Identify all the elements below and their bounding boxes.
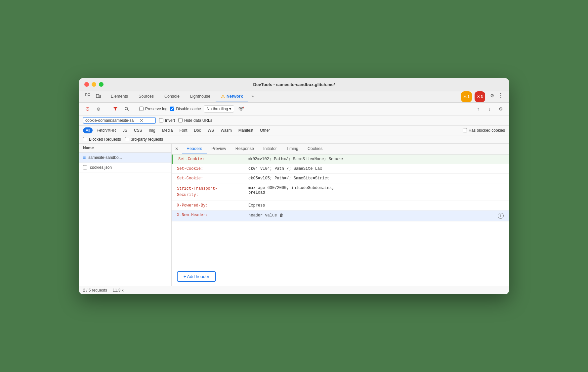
header-name: Set-Cookie:: [177, 176, 243, 181]
preserve-log-checkbox[interactable]: [139, 107, 144, 111]
tab-elements[interactable]: Elements: [105, 91, 133, 102]
type-filters: All Fetch/XHR JS CSS Img Media Font Doc …: [79, 126, 509, 135]
type-font[interactable]: Font: [177, 127, 190, 133]
header-value: Express: [248, 203, 504, 208]
header-row: X-Powered-By: Express: [172, 201, 509, 210]
type-img[interactable]: Img: [146, 127, 158, 133]
type-media[interactable]: Media: [159, 127, 176, 133]
doc-icon: ≡: [83, 155, 86, 160]
info-icon[interactable]: i: [498, 213, 504, 219]
header-row: Set-Cookie: ck05=vl05; Path=/; SameSite=…: [172, 174, 509, 183]
minimize-button[interactable]: [92, 82, 96, 87]
third-party-checkbox[interactable]: [125, 137, 129, 141]
header-value: max-age=63072000; inlcudeSubdomains;prel…: [248, 186, 504, 195]
type-doc[interactable]: Doc: [191, 127, 203, 133]
filter-input-wrap[interactable]: ✕: [83, 117, 156, 124]
preserve-log-label[interactable]: Preserve log: [139, 107, 167, 111]
header-value: ck02=vl02; Path=/; SameSite=None; Secure: [248, 157, 504, 162]
tab-console[interactable]: Console: [159, 91, 185, 102]
maximize-button[interactable]: [99, 82, 104, 87]
file-item-name: cookies.json: [90, 165, 112, 170]
clear-button[interactable]: ⊘: [94, 105, 103, 113]
detail-tab-timing[interactable]: Timing: [281, 144, 303, 154]
inspect-icon[interactable]: [83, 91, 92, 101]
error-badge: ✕ 3: [475, 91, 485, 102]
detail-tab-initiator[interactable]: Initiator: [259, 144, 281, 154]
type-fetch-xhr[interactable]: Fetch/XHR: [94, 127, 119, 133]
title-bar: DevTools - samesite-sandbox.glitch.me/: [79, 78, 509, 91]
type-all[interactable]: All: [83, 127, 93, 133]
svg-point-6: [241, 111, 241, 111]
throttle-select[interactable]: No throttling ▾: [204, 105, 234, 113]
detail-tab-cookies[interactable]: Cookies: [303, 144, 327, 154]
blocked-requests-label[interactable]: Blocked Requests: [83, 137, 121, 142]
filter-icon[interactable]: [111, 105, 120, 113]
settings-button[interactable]: ⚙: [488, 91, 496, 100]
type-other[interactable]: Other: [257, 127, 273, 133]
type-wasm[interactable]: Wasm: [218, 127, 234, 133]
main-content: Name ≡ samesite-sandbo... cookies.json ✕…: [79, 144, 509, 286]
filter-clear-button[interactable]: ✕: [140, 118, 144, 123]
network-settings-icon[interactable]: ⚙: [496, 105, 505, 113]
disable-cache-label[interactable]: Disable cache: [170, 107, 201, 111]
tab-more[interactable]: »: [248, 91, 257, 102]
header-row-new: X-New-Header: header value 🗑 i: [172, 210, 509, 221]
tab-network[interactable]: ⚠ Network: [216, 91, 248, 102]
tab-sources[interactable]: Sources: [133, 91, 159, 102]
invert-checkbox[interactable]: [159, 118, 163, 122]
type-ws[interactable]: WS: [205, 127, 217, 133]
extra-filters: Blocked Requests 3rd-party requests: [79, 135, 509, 144]
upload-icon[interactable]: ↑: [474, 105, 483, 113]
divider: [107, 106, 107, 112]
blocked-requests-checkbox[interactable]: [83, 137, 87, 141]
transfer-size: 11.3 k: [113, 288, 124, 293]
file-item-checkbox[interactable]: [83, 165, 87, 169]
add-header-button[interactable]: + Add header: [177, 271, 216, 282]
header-name: Strict-Transport-Security:: [177, 186, 243, 198]
add-header-area: + Add header: [172, 267, 509, 286]
stop-recording-button[interactable]: ⊙: [83, 105, 92, 113]
detail-tab-headers[interactable]: Headers: [182, 144, 207, 154]
detail-tab-preview[interactable]: Preview: [207, 144, 231, 154]
tab-lighthouse[interactable]: Lighthouse: [185, 91, 216, 102]
third-party-label[interactable]: 3rd-party requests: [125, 137, 163, 142]
traffic-lights: [84, 82, 104, 87]
detail-pane: ✕ Headers Preview Response Initiator Tim…: [172, 144, 509, 286]
name-column-header: Name: [79, 144, 171, 153]
hide-data-urls-label[interactable]: Hide data URLs: [178, 118, 212, 123]
window-title: DevTools - samesite-sandbox.glitch.me/: [253, 82, 335, 87]
network-toolbar: ⊙ ⊘ Preserve log Disable cache No thrott…: [79, 103, 509, 116]
svg-rect-0: [85, 94, 87, 96]
file-item-cookies[interactable]: cookies.json: [79, 163, 171, 172]
type-js[interactable]: JS: [120, 127, 130, 133]
warning-badge: ⚠ 1: [461, 91, 472, 102]
device-icon[interactable]: [94, 91, 103, 101]
type-manifest[interactable]: Manifest: [236, 127, 256, 133]
header-info: i: [498, 213, 504, 219]
filter-input[interactable]: [85, 118, 138, 123]
disable-cache-checkbox[interactable]: [170, 107, 174, 111]
header-row: Strict-Transport-Security: max-age=63072…: [172, 183, 509, 201]
close-button[interactable]: [84, 82, 89, 87]
hide-data-urls-checkbox[interactable]: [178, 118, 183, 122]
header-name: X-Powered-By:: [177, 203, 243, 208]
header-name: X-New-Header:: [177, 213, 243, 217]
invert-label[interactable]: Invert: [159, 118, 175, 123]
wifi-icon[interactable]: [237, 105, 245, 113]
close-detail-button[interactable]: ✕: [172, 144, 182, 154]
status-divider: [110, 288, 110, 293]
detail-tabs: ✕ Headers Preview Response Initiator Tim…: [172, 144, 509, 155]
svg-rect-2: [96, 94, 99, 98]
filter-bar: ✕ Invert Hide data URLs: [79, 116, 509, 126]
headers-content: Set-Cookie: ck02=vl02; Path=/; SameSite=…: [172, 155, 509, 267]
type-css[interactable]: CSS: [131, 127, 145, 133]
search-icon[interactable]: [122, 105, 131, 113]
detail-tab-response[interactable]: Response: [231, 144, 259, 154]
has-blocked-cookies-checkbox[interactable]: [463, 128, 467, 132]
file-item-samesite[interactable]: ≡ samesite-sandbo...: [79, 153, 171, 163]
download-icon[interactable]: ↓: [485, 105, 494, 113]
more-button[interactable]: ⋮: [496, 91, 505, 100]
svg-point-4: [125, 107, 128, 110]
header-name: Set-Cookie:: [176, 157, 242, 162]
header-name: Set-Cookie:: [177, 166, 243, 171]
